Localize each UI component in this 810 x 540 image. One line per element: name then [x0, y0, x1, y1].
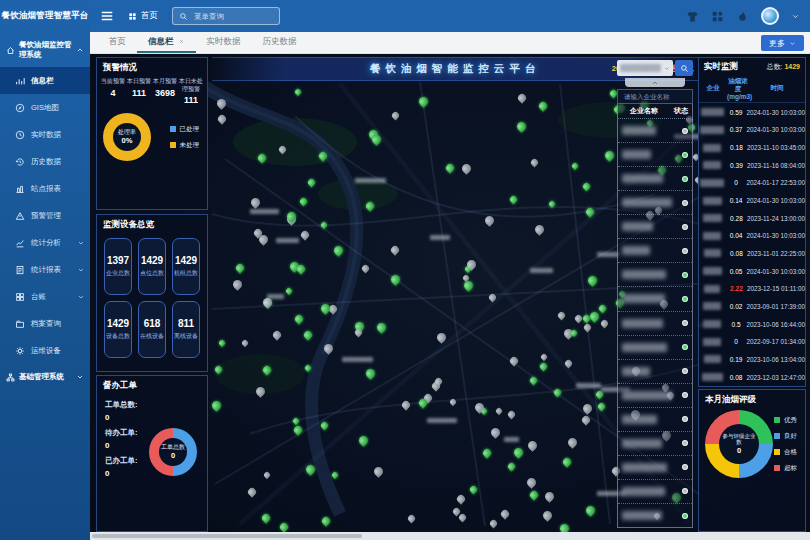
realtime-company-cell [699, 144, 726, 152]
tab-历史数据[interactable]: 历史数据 [252, 32, 308, 53]
sidebar-item-统计报表[interactable]: 统计报表 [0, 256, 90, 283]
flame-icon[interactable] [736, 10, 749, 23]
tab-首页[interactable]: 首页 [98, 32, 137, 53]
collapse-bar[interactable] [625, 78, 685, 87]
more-button[interactable]: 更多 [761, 35, 804, 51]
sidebar-item-运维设备[interactable]: 运维设备 [0, 337, 90, 364]
device-card-点位总数[interactable]: 1429点位总数 [138, 238, 166, 295]
realtime-row[interactable]: 0.052024-01-30 10:03:00 [699, 262, 805, 280]
tab-信息栏[interactable]: 信息栏 [137, 32, 196, 53]
company-search-button[interactable] [675, 60, 693, 76]
company-name-input[interactable] [622, 92, 688, 101]
breadcrumb[interactable]: 首页 [128, 10, 158, 22]
realtime-row[interactable]: 0.042024-01-30 10:03:00 [699, 227, 805, 245]
realtime-row[interactable]: 0.082023-12-03 12:47:00 [699, 368, 805, 386]
realtime-row[interactable]: 0.282023-11-24 13:00:00 [699, 209, 805, 227]
company-row[interactable] [618, 384, 692, 408]
company-row[interactable] [618, 312, 692, 336]
company-row[interactable] [618, 263, 692, 287]
company-name-input-box [617, 89, 693, 104]
device-card-离线设备[interactable]: 811离线设备 [172, 301, 200, 358]
hamburger-icon[interactable] [100, 9, 114, 23]
status-dot-offline [682, 248, 688, 254]
menu-search-input[interactable] [192, 11, 273, 22]
device-card-value: 1429 [107, 318, 129, 329]
apps-icon[interactable] [711, 10, 724, 23]
chevron-down-icon[interactable] [791, 12, 800, 21]
sidebar-item-台账[interactable]: 台账 [0, 283, 90, 310]
ledger-icon [15, 292, 25, 302]
company-row[interactable] [618, 119, 692, 143]
sidebar-item-历史数据[interactable]: 历史数据 [0, 148, 90, 175]
legend-label: 未处理 [180, 141, 200, 150]
company-name-redacted [703, 144, 721, 152]
company-name-redacted [622, 367, 650, 376]
sidebar-group-base[interactable]: 基础管理系统 [0, 364, 90, 389]
company-row[interactable] [618, 143, 692, 167]
sidebar-item-实时数据[interactable]: 实时数据 [0, 121, 90, 148]
company-row[interactable] [618, 167, 692, 191]
realtime-company-cell [699, 214, 726, 222]
status-dot-online [682, 296, 688, 302]
device-card-企业总数[interactable]: 1397企业总数 [104, 238, 132, 295]
tab-实时数据[interactable]: 实时数据 [196, 32, 252, 53]
realtime-row[interactable]: 0.372024-01-30 10:03:00 [699, 121, 805, 139]
realtime-row[interactable]: 0.52023-10-06 16:44:00 [699, 315, 805, 333]
realtime-density-value: 0.14 [726, 197, 747, 204]
alert-stat: 本月预警3698 [152, 78, 178, 105]
status-dot-offline [682, 368, 688, 374]
realtime-row[interactable]: 0.192023-10-06 13:04:00 [699, 351, 805, 369]
company-row[interactable] [618, 408, 692, 432]
device-card-机组总数[interactable]: 1429机组总数 [172, 238, 200, 295]
top-navbar: 首页 [90, 0, 810, 32]
sidebar-item-站点报表[interactable]: 站点报表 [0, 175, 90, 202]
company-row[interactable] [618, 456, 692, 480]
company-select[interactable] [617, 60, 673, 76]
company-row[interactable] [618, 432, 692, 456]
device-card-label: 机组总数 [174, 269, 198, 278]
sidebar-group-system[interactable]: 餐饮油烟监控管理系统 [0, 32, 90, 67]
alert-stat-label: 本日未处理预警 [178, 78, 204, 93]
realtime-total-label: 总数: [767, 63, 783, 70]
sidebar-item-label: 站点报表 [31, 184, 61, 194]
legend-swatch [774, 417, 780, 423]
company-row[interactable] [618, 287, 692, 311]
sidebar-item-GIS地图[interactable]: GIS地图 [0, 94, 90, 121]
realtime-row[interactable]: 0.022023-09-01 17:39:00 [699, 298, 805, 316]
company-row[interactable] [618, 215, 692, 239]
realtime-row[interactable]: 02022-09-17 01:34:00 [699, 333, 805, 351]
legend-label: 合格 [784, 448, 797, 457]
scrollbar-thumb[interactable] [92, 534, 362, 538]
workorder-panel: 督办工单 工单总数:0待办工单:0已办工单:0 工单总数 0 [96, 375, 208, 532]
realtime-row[interactable]: 02024-01-17 22:53:00 [699, 174, 805, 192]
avatar[interactable] [761, 7, 779, 25]
device-card-设备总数[interactable]: 1429设备总数 [104, 301, 132, 358]
company-row[interactable] [618, 239, 692, 263]
status-dot-offline [682, 488, 688, 494]
dashboard-icon [15, 76, 25, 86]
sidebar-item-档案查询[interactable]: 档案查询 [0, 310, 90, 337]
breadcrumb-label: 首页 [141, 10, 158, 22]
company-row[interactable] [618, 480, 692, 504]
legend-swatch [774, 449, 780, 455]
company-row[interactable] [618, 191, 692, 215]
rating-legend-item-优秀: 优秀 [774, 416, 797, 425]
theme-shirt-icon[interactable] [686, 10, 699, 23]
sidebar-item-预警管理[interactable]: 预警管理 [0, 202, 90, 229]
company-row[interactable] [618, 504, 692, 527]
realtime-company-cell [699, 161, 726, 169]
company-row[interactable] [618, 336, 692, 360]
realtime-row[interactable]: 0.082023-11-01 22:25:00 [699, 245, 805, 263]
realtime-row[interactable]: 0.592024-01-30 10:03:00 [699, 103, 805, 121]
realtime-row[interactable]: 2.222023-12-15 01:11:00 [699, 280, 805, 298]
sidebar-item-统计分析[interactable]: 统计分析 [0, 229, 90, 256]
realtime-row[interactable]: 0.182023-11-10 03:45:00 [699, 139, 805, 157]
company-row[interactable] [618, 360, 692, 384]
sidebar-item-信息栏[interactable]: 信息栏 [0, 67, 90, 94]
device-card-label: 设备总数 [106, 332, 130, 341]
realtime-row[interactable]: 0.142024-01-30 10:03:00 [699, 192, 805, 210]
realtime-time-value: 2024-01-30 10:03:00 [747, 268, 805, 275]
company-name-redacted [622, 343, 667, 352]
realtime-row[interactable]: 0.392023-11-16 08:04:00 [699, 156, 805, 174]
device-card-在线设备[interactable]: 618在线设备 [138, 301, 166, 358]
